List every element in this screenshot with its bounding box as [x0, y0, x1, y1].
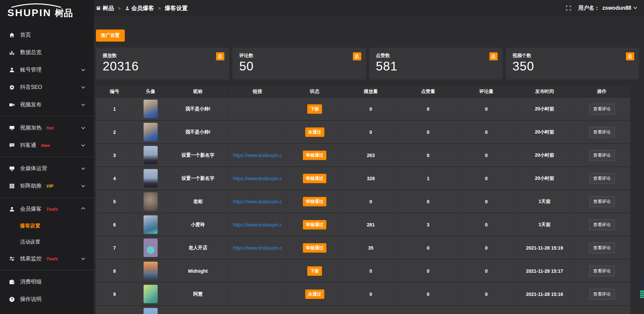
cell-status: 审核通过 [287, 237, 342, 260]
svg-text:?: ? [11, 298, 13, 301]
cell-likes: 0 [399, 144, 457, 167]
cell-avatar [133, 213, 168, 237]
logo-text-en: SHUPIN [7, 8, 51, 18]
view-comments-button[interactable]: 查看评论 [589, 173, 615, 184]
sidebar-item-label: 抖音SEO [20, 84, 42, 91]
cell-avatar [133, 190, 168, 213]
view-comments-button[interactable]: 查看评论 [589, 150, 615, 161]
breadcrumb-item[interactable]: 树品 [96, 4, 114, 12]
screen-icon [9, 165, 15, 172]
sidebar-item[interactable]: 视频加热Hot [0, 119, 94, 137]
cell-nickname: 小爱玲 [168, 213, 228, 237]
promo-settings-button[interactable]: 推广设置 [96, 30, 125, 42]
doc-icon [96, 6, 101, 11]
cell-id: 5 [96, 190, 133, 213]
stat-card-label: 评论数 [239, 53, 359, 59]
chevron-down-icon [81, 67, 85, 71]
status-badge: 未通过 [305, 127, 324, 137]
sidebar-item[interactable]: ?操作说明 [0, 291, 94, 308]
chevron-down-icon [81, 125, 85, 129]
chevron-up-icon [81, 207, 85, 211]
sidebar-item[interactable]: 视频发布 [0, 96, 94, 113]
top-bar: 树品>会员爆客>爆客设置 用户名：zswodun88 [94, 0, 644, 16]
sidebar-item-label: 视频发布 [20, 101, 42, 108]
view-comments-button[interactable]: 查看评论 [589, 196, 615, 207]
sidebar-item[interactable]: 抖音SEO [0, 78, 94, 96]
view-comments-button[interactable]: 查看评论 [589, 266, 615, 276]
cell-status: 下架 [287, 260, 342, 283]
cell-id: 7 [96, 237, 133, 260]
username-label: 用户名： [578, 5, 600, 12]
breadcrumb-item[interactable]: 会员爆客 [125, 4, 154, 12]
total-badge: 总 [489, 52, 498, 60]
sidebar: SHUPIN 树品 首页数据总览账号管理抖音SEO视频发布视频加热Hot抖客通N… [0, 0, 94, 314]
floating-widget[interactable] [639, 274, 644, 300]
breadcrumb-item[interactable]: 爆客设置 [165, 4, 187, 12]
cell-nickname: Midnight [168, 260, 228, 283]
avatar [144, 123, 158, 141]
avatar [144, 308, 158, 314]
cell-plays: 0 [342, 283, 399, 306]
sidebar-subitem[interactable]: 爆客设置 [0, 218, 94, 234]
view-comments-button[interactable]: 查看评论 [589, 243, 615, 253]
fullscreen-icon[interactable] [566, 5, 572, 11]
cell-plays: 0 [342, 260, 399, 283]
cell-likes [399, 306, 457, 314]
widget-bar [640, 291, 644, 292]
stat-card-value: 50 [239, 59, 359, 73]
table-row: 10 [96, 306, 630, 314]
cell-time [516, 306, 574, 314]
table-column-header: 状态 [287, 86, 342, 98]
video-link[interactable]: https://www.iesdouyin.c [233, 245, 282, 251]
video-icon [9, 102, 15, 108]
table-row: 4设置一个新名字https://www.iesdouyin.c审核通过32810… [96, 167, 630, 190]
cell-link: https://www.iesdouyin.c [228, 190, 287, 213]
cell-comments: 0 [457, 213, 516, 237]
sidebar-item-label: 全媒体运营 [20, 165, 47, 172]
sidebar-item[interactable]: 矩阵助推VIP [0, 177, 94, 195]
total-badge: 总 [353, 52, 361, 60]
sidebar-item[interactable]: 数据总览 [0, 44, 94, 61]
cell-time: 2021-11-28 15:17 [516, 260, 574, 283]
cell-actions: 查看评论 [574, 98, 630, 121]
sidebar-item[interactable]: 消费明细 [0, 273, 94, 291]
cell-plays [342, 306, 399, 314]
video-link[interactable]: https://www.iesdouyin.c [233, 176, 282, 181]
video-link[interactable]: https://www.iesdouyin.c [233, 222, 282, 227]
video-link[interactable]: https://www.iesdouyin.c [233, 153, 282, 158]
sidebar-subitem[interactable]: 活动设置 [0, 234, 94, 250]
view-comments-button[interactable]: 查看评论 [589, 289, 615, 300]
sidebar-item[interactable]: 抖客通New [0, 137, 94, 154]
view-comments-button[interactable]: 查看评论 [589, 104, 615, 114]
sidebar-item-label: 首页 [20, 32, 31, 39]
stat-card-value: 350 [513, 59, 632, 73]
cell-actions: 查看评论 [574, 283, 630, 306]
sidebar-item-badge: Hot [46, 125, 54, 130]
view-comments-button[interactable]: 查看评论 [589, 127, 615, 138]
video-link[interactable]: https://www.iesdouyin.c [233, 199, 282, 204]
cell-time: 1天前 [516, 190, 574, 213]
sidebar-item[interactable]: 线索监控Tools [0, 250, 94, 267]
sidebar-item[interactable]: 全媒体运营 [0, 160, 94, 177]
table-row: 3设置一个新名字https://www.iesdouyin.c审核通过26300… [96, 144, 630, 167]
gear-icon [9, 84, 15, 91]
main-area: 树品>会员爆客>爆客设置 用户名：zswodun88 推广设置 播放数20316… [94, 0, 644, 314]
sidebar-divider [0, 197, 94, 198]
stat-card-label: 点赞数 [376, 53, 496, 59]
stat-card: 播放数20316总 [96, 48, 229, 80]
breadcrumb-label: 会员爆客 [131, 4, 154, 12]
user-menu[interactable]: 用户名：zswodun88 [578, 5, 637, 12]
cell-likes: 0 [399, 121, 457, 144]
sidebar-item[interactable]: 会员爆客Tools [0, 200, 94, 218]
cell-likes: 3 [399, 213, 457, 237]
cell-status: 未通过 [287, 283, 342, 306]
sidebar-item[interactable]: 首页 [0, 26, 94, 44]
sidebar-item-label: 操作说明 [20, 296, 42, 303]
breadcrumb-label: 爆客设置 [165, 4, 187, 12]
chevron-down-icon [81, 256, 85, 260]
avatar [144, 215, 158, 234]
view-comments-button[interactable]: 查看评论 [589, 219, 615, 230]
sidebar-item[interactable]: 账号管理 [0, 61, 94, 78]
chevron-down-icon [81, 184, 85, 187]
home-icon [9, 32, 15, 38]
